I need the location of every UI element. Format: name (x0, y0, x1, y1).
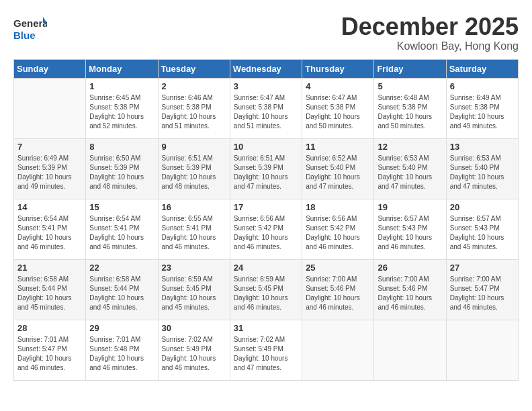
calendar-cell: 17 Sunrise: 6:56 AMSunset: 5:42 PMDaylig… (230, 199, 302, 259)
calendar-cell: 5 Sunrise: 6:48 AMSunset: 5:38 PMDayligh… (374, 78, 446, 138)
calendar-cell: 31 Sunrise: 7:02 AMSunset: 5:49 PMDaylig… (230, 320, 302, 380)
location: Kowloon Bay, Hong Kong (341, 40, 519, 52)
day-number: 31 (234, 323, 298, 333)
logo-svg: General Blue (13, 13, 47, 44)
day-number: 7 (17, 142, 82, 152)
day-info: Sunrise: 7:02 AMSunset: 5:49 PMDaylight:… (234, 335, 298, 373)
weekday-header-friday: Friday (374, 59, 446, 78)
day-info: Sunrise: 7:01 AMSunset: 5:48 PMDaylight:… (89, 335, 154, 373)
calendar-cell: 1 Sunrise: 6:45 AMSunset: 5:38 PMDayligh… (86, 78, 158, 138)
day-number: 13 (450, 142, 515, 152)
day-info: Sunrise: 6:49 AMSunset: 5:38 PMDaylight:… (450, 93, 515, 131)
page-header: General Blue December 2025 Kowloon Bay, … (13, 13, 519, 52)
day-info: Sunrise: 6:46 AMSunset: 5:38 PMDaylight:… (162, 93, 226, 131)
day-number: 8 (89, 142, 154, 152)
logo: General Blue (13, 13, 47, 44)
day-info: Sunrise: 7:00 AMSunset: 5:47 PMDaylight:… (450, 275, 515, 312)
day-number: 17 (234, 202, 298, 212)
day-info: Sunrise: 7:00 AMSunset: 5:46 PMDaylight:… (306, 275, 370, 312)
week-row-2: 7 Sunrise: 6:49 AMSunset: 5:39 PMDayligh… (14, 138, 519, 199)
calendar-cell: 9 Sunrise: 6:51 AMSunset: 5:39 PMDayligh… (158, 138, 230, 199)
day-number: 28 (17, 323, 82, 333)
week-row-4: 21 Sunrise: 6:58 AMSunset: 5:44 PMDaylig… (14, 259, 519, 320)
day-info: Sunrise: 6:59 AMSunset: 5:45 PMDaylight:… (234, 275, 298, 312)
day-info: Sunrise: 6:49 AMSunset: 5:39 PMDaylight:… (17, 154, 82, 191)
day-number: 6 (450, 81, 515, 91)
day-number: 30 (162, 323, 226, 333)
calendar-cell: 27 Sunrise: 7:00 AMSunset: 5:47 PMDaylig… (446, 259, 518, 320)
weekday-header-sunday: Sunday (14, 59, 86, 78)
day-number: 21 (17, 263, 82, 273)
day-info: Sunrise: 6:51 AMSunset: 5:39 PMDaylight:… (234, 154, 298, 191)
day-info: Sunrise: 6:47 AMSunset: 5:38 PMDaylight:… (306, 93, 370, 131)
day-info: Sunrise: 6:57 AMSunset: 5:43 PMDaylight:… (378, 214, 442, 252)
day-number: 22 (89, 263, 154, 273)
day-info: Sunrise: 6:58 AMSunset: 5:44 PMDaylight:… (89, 275, 154, 312)
day-number: 16 (162, 202, 226, 212)
day-number: 26 (378, 263, 442, 273)
day-info: Sunrise: 6:48 AMSunset: 5:38 PMDaylight:… (378, 93, 442, 131)
calendar-cell: 30 Sunrise: 7:02 AMSunset: 5:49 PMDaylig… (158, 320, 230, 380)
calendar-cell (14, 78, 86, 138)
day-info: Sunrise: 6:59 AMSunset: 5:45 PMDaylight:… (162, 275, 226, 312)
day-info: Sunrise: 6:45 AMSunset: 5:38 PMDaylight:… (89, 93, 154, 131)
calendar-cell: 13 Sunrise: 6:53 AMSunset: 5:40 PMDaylig… (446, 138, 518, 199)
day-number: 2 (162, 81, 226, 91)
calendar-cell: 20 Sunrise: 6:57 AMSunset: 5:43 PMDaylig… (446, 199, 518, 259)
calendar-cell: 23 Sunrise: 6:59 AMSunset: 5:45 PMDaylig… (158, 259, 230, 320)
week-row-5: 28 Sunrise: 7:01 AMSunset: 5:47 PMDaylig… (14, 320, 519, 380)
day-number: 23 (162, 263, 226, 273)
svg-text:General: General (13, 17, 47, 29)
weekday-header-wednesday: Wednesday (230, 59, 302, 78)
calendar-cell: 15 Sunrise: 6:54 AMSunset: 5:41 PMDaylig… (86, 199, 158, 259)
weekday-header-tuesday: Tuesday (158, 59, 230, 78)
day-number: 9 (162, 142, 226, 152)
calendar-cell (374, 320, 446, 380)
calendar-cell: 7 Sunrise: 6:49 AMSunset: 5:39 PMDayligh… (14, 138, 86, 199)
calendar-cell: 6 Sunrise: 6:49 AMSunset: 5:38 PMDayligh… (446, 78, 518, 138)
calendar-cell: 22 Sunrise: 6:58 AMSunset: 5:44 PMDaylig… (86, 259, 158, 320)
day-info: Sunrise: 6:52 AMSunset: 5:40 PMDaylight:… (306, 154, 370, 191)
day-number: 15 (89, 202, 154, 212)
day-info: Sunrise: 6:56 AMSunset: 5:42 PMDaylight:… (306, 214, 370, 252)
day-number: 24 (234, 263, 298, 273)
week-row-1: 1 Sunrise: 6:45 AMSunset: 5:38 PMDayligh… (14, 78, 519, 138)
title-block: December 2025 Kowloon Bay, Hong Kong (341, 13, 519, 52)
day-number: 25 (306, 263, 370, 273)
calendar-cell: 16 Sunrise: 6:55 AMSunset: 5:41 PMDaylig… (158, 199, 230, 259)
calendar-cell: 21 Sunrise: 6:58 AMSunset: 5:44 PMDaylig… (14, 259, 86, 320)
weekday-header-saturday: Saturday (446, 59, 518, 78)
day-number: 12 (378, 142, 442, 152)
calendar-cell: 24 Sunrise: 6:59 AMSunset: 5:45 PMDaylig… (230, 259, 302, 320)
day-number: 4 (306, 81, 370, 91)
day-number: 19 (378, 202, 442, 212)
day-number: 14 (17, 202, 82, 212)
calendar-cell: 14 Sunrise: 6:54 AMSunset: 5:41 PMDaylig… (14, 199, 86, 259)
calendar-table: SundayMondayTuesdayWednesdayThursdayFrid… (13, 59, 519, 381)
calendar-cell: 2 Sunrise: 6:46 AMSunset: 5:38 PMDayligh… (158, 78, 230, 138)
calendar-cell: 18 Sunrise: 6:56 AMSunset: 5:42 PMDaylig… (302, 199, 374, 259)
day-number: 20 (450, 202, 515, 212)
day-info: Sunrise: 6:53 AMSunset: 5:40 PMDaylight:… (378, 154, 442, 191)
day-info: Sunrise: 6:57 AMSunset: 5:43 PMDaylight:… (450, 214, 515, 252)
weekday-header-monday: Monday (86, 59, 158, 78)
day-number: 29 (89, 323, 154, 333)
calendar-cell: 12 Sunrise: 6:53 AMSunset: 5:40 PMDaylig… (374, 138, 446, 199)
day-info: Sunrise: 6:50 AMSunset: 5:39 PMDaylight:… (89, 154, 154, 191)
calendar-cell (446, 320, 518, 380)
day-number: 18 (306, 202, 370, 212)
calendar-cell: 28 Sunrise: 7:01 AMSunset: 5:47 PMDaylig… (14, 320, 86, 380)
calendar-cell: 29 Sunrise: 7:01 AMSunset: 5:48 PMDaylig… (86, 320, 158, 380)
weekday-header-thursday: Thursday (302, 59, 374, 78)
day-info: Sunrise: 6:54 AMSunset: 5:41 PMDaylight:… (89, 214, 154, 252)
day-number: 11 (306, 142, 370, 152)
day-info: Sunrise: 6:56 AMSunset: 5:42 PMDaylight:… (234, 214, 298, 252)
day-info: Sunrise: 6:51 AMSunset: 5:39 PMDaylight:… (162, 154, 226, 191)
day-number: 1 (89, 81, 154, 91)
calendar-cell: 25 Sunrise: 7:00 AMSunset: 5:46 PMDaylig… (302, 259, 374, 320)
svg-text:Blue: Blue (13, 30, 36, 41)
weekday-header-row: SundayMondayTuesdayWednesdayThursdayFrid… (14, 59, 519, 78)
day-info: Sunrise: 6:58 AMSunset: 5:44 PMDaylight:… (17, 275, 82, 312)
day-number: 27 (450, 263, 515, 273)
day-number: 10 (234, 142, 298, 152)
